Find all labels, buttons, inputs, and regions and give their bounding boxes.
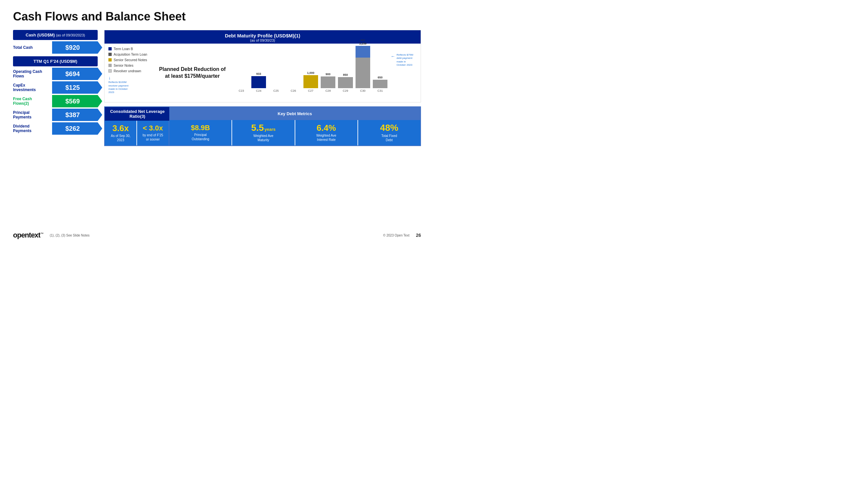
page-title: Cash Flows and Balance Sheet [13, 10, 421, 24]
legend-dot-senior-notes [108, 64, 112, 67]
footer-notes: (1), (2), (3) See Slide Notes [50, 234, 90, 237]
chart-title: Debt Maturity Profile (USD$M)(1) [108, 33, 417, 38]
capex-label: CapEx Investments [13, 83, 49, 92]
bar-xlabel-c25: C25 [274, 89, 279, 92]
operating-label: Operating Cash Flows [13, 69, 49, 78]
footer: opentext™ (1), (2), (3) See Slide Notes … [13, 231, 421, 239]
planned-text: Planned Debt Reduction of at least $175M… [154, 47, 231, 99]
bar-label-c28: 900 [326, 72, 331, 76]
chart-body: Term Loan B Acquisition Term Loan Senior… [104, 43, 421, 102]
principal-value: $387 [52, 109, 98, 121]
metric-maturity: 5.5 years Weighted Ave Maturity [231, 120, 294, 145]
legend-dot-senior-secured [108, 58, 112, 62]
dividend-row: Dividend Payments $262 [13, 122, 98, 135]
ttm-header: TTM Q1 F'24 (USD$M) [13, 56, 98, 66]
bar-xlabel-c28: C28 [325, 89, 331, 92]
bar-label-c24: 933 [256, 72, 261, 75]
legend-area: Term Loan B Acquisition Term Loan Senior… [108, 47, 151, 99]
legend-item-acquisition-term-loan: Acquisition Term Loan [108, 53, 151, 56]
bar-segment-c24 [251, 76, 266, 88]
legend-item-senior-notes: Senior Notes [108, 63, 151, 67]
leverage-cells: 3.6x As of Sep 30, 2023 < 3.0x by end of… [105, 121, 169, 145]
metric-principal-desc: Principal Outstanding [192, 133, 209, 141]
bar-col-c31: 650C31 [373, 76, 388, 92]
bar-col-c28: 900C28 [321, 72, 335, 92]
bar-xlabel-c27: C27 [308, 89, 313, 92]
dividend-value: $262 [52, 122, 98, 135]
bar-label-c30: 3,259 [359, 42, 367, 45]
bar-chart: C23933C24C25C261,000C27900C28850C299003,… [234, 47, 388, 99]
chart-subtitle: (as of 09/30/23) [108, 38, 417, 42]
bar-xlabel-c31: C31 [377, 89, 383, 92]
metric-maturity-desc: Weighted Ave Maturity [253, 134, 273, 142]
cash-header-title: Cash (USD$M) [26, 33, 55, 37]
free-cf-value-wrapper: $569 [49, 95, 98, 107]
free-cf-label: Free Cash Flows(2) [13, 97, 49, 106]
footer-copyright: © 2023 Open Text [383, 234, 410, 237]
legend-label-acquisition: Acquisition Term Loan [114, 53, 147, 56]
metric-fixed-value: 48% [380, 123, 398, 132]
legend-dot-term-loan-b [108, 47, 112, 51]
legend-label-revolver: Revolver undrawn [114, 69, 141, 73]
free-cf-value: $569 [52, 95, 98, 107]
metric-maturity-value-group: 5.5 years [251, 123, 275, 132]
bar-segment-c31 [373, 80, 388, 88]
annotation-c24: ↓ Reflects $100M revolver payment made i… [108, 75, 151, 94]
metric-interest-desc: Weighted Ave Interest Rate [316, 133, 336, 142]
bar-xlabel-c26: C26 [291, 89, 296, 92]
chart-header: Debt Maturity Profile (USD$M)(1) (as of … [104, 30, 421, 43]
metric-maturity-unit: years [265, 127, 275, 132]
bar-xlabel-c23: C23 [239, 89, 244, 92]
right-panel: Debt Maturity Profile (USD$M)(1) (as of … [104, 30, 421, 146]
bar-xlabel-c24: C24 [256, 89, 261, 92]
capex-value: $125 [52, 82, 98, 94]
metric-fixed-debt: 48% Total Fixed Debt [358, 120, 420, 145]
bar-label-c27: 1,000 [307, 71, 314, 74]
bars-wrapper: C23933C24C25C261,000C27900C28850C299003,… [234, 47, 388, 99]
footer-right: © 2023 Open Text 26 [383, 233, 421, 238]
dividend-label: Dividend Payments [13, 124, 49, 133]
bar-col-c30: 9003,259C30 [355, 39, 370, 92]
total-cash-row: Total Cash $920 [13, 41, 98, 54]
bar-xlabel-c29: C29 [343, 89, 348, 92]
operating-value-wrapper: $694 [49, 68, 98, 80]
slide-page: Cash Flows and Balance Sheet Cash (USD$M… [0, 0, 434, 244]
bar-label-c29: 850 [343, 73, 348, 76]
annotation-c31: ← Reflects $75M debt payment made in Oct… [391, 47, 417, 99]
legend-label-senior-notes: Senior Notes [114, 63, 133, 67]
bar-xlabel-c30: C30 [360, 89, 366, 92]
principal-value-wrapper: $387 [49, 109, 98, 121]
legend-item-term-loan-b: Term Loan B [108, 47, 151, 51]
bar-col-c26: C26 [286, 85, 301, 92]
bar-segment-c27 [304, 75, 318, 88]
key-debt-header: Key Debt Metrics [169, 107, 420, 120]
total-cash-value-wrapper: $920 [49, 41, 98, 54]
operating-cf-row: Operating Cash Flows $694 [13, 68, 98, 80]
legend-dot-acquisition [108, 53, 112, 56]
leverage-30x-value: < 3.0x [143, 125, 163, 132]
total-cash-label: Total Cash [13, 45, 49, 50]
metric-interest-rate: 6.4% Weighted Ave Interest Rate [294, 120, 358, 145]
bottom-section: Consolidated Net Leverage Ratio(3) 3.6x … [104, 106, 421, 146]
legend-dot-revolver [108, 69, 112, 72]
bar-segment-c28 [321, 76, 335, 88]
bar-segment-c29 [338, 77, 352, 88]
capex-value-wrapper: $125 [49, 82, 98, 94]
metric-maturity-number: 5.5 [251, 123, 264, 132]
legend-item-senior-secured: Senior Secured Notes [108, 58, 151, 62]
leverage-header: Consolidated Net Leverage Ratio(3) [105, 107, 170, 121]
main-content: Cash (USD$M) (as of 09/30/2023) Total Ca… [13, 30, 421, 146]
capex-row: CapEx Investments $125 [13, 82, 98, 94]
page-number: 26 [416, 233, 421, 238]
cash-header-sub: (as of 09/30/2023) [56, 33, 85, 37]
metric-interest-value: 6.4% [316, 124, 336, 132]
bar-col-c23: C23 [234, 85, 249, 92]
bar-col-c27: 1,000C27 [304, 71, 318, 92]
principal-label: Principal Payments [13, 110, 49, 120]
principal-row: Principal Payments $387 [13, 109, 98, 121]
key-metrics-cells: $8.9B Principal Outstanding 5.5 years We… [169, 120, 420, 145]
legend-label-term-loan-b: Term Loan B [114, 47, 133, 51]
leverage-box: Consolidated Net Leverage Ratio(3) 3.6x … [104, 106, 169, 146]
debt-maturity-chart: Debt Maturity Profile (USD$M)(1) (as of … [104, 30, 421, 102]
metric-fixed-desc: Total Fixed Debt [381, 134, 397, 142]
